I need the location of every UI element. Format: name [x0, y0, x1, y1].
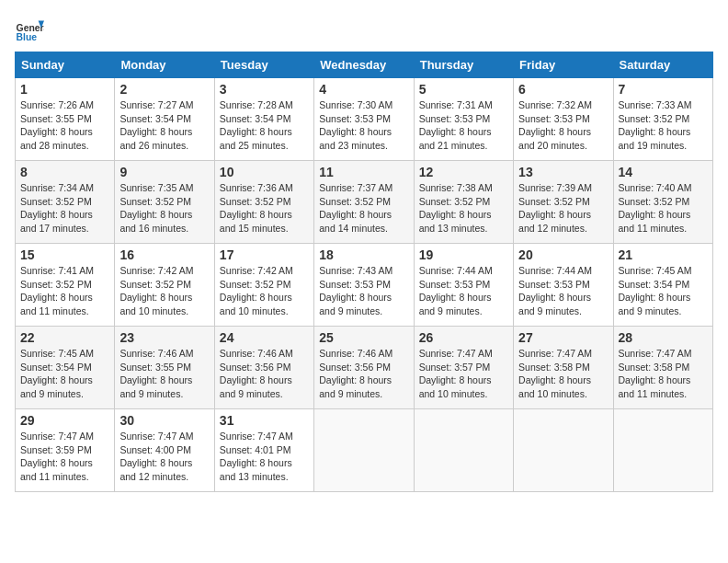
day-cell: 22 Sunrise: 7:45 AMSunset: 3:54 PMDaylig… [16, 327, 115, 409]
day-cell: 7 Sunrise: 7:33 AMSunset: 3:52 PMDayligh… [613, 78, 712, 161]
day-number: 16 [119, 247, 209, 262]
day-number: 17 [220, 247, 309, 262]
day-detail: Sunrise: 7:47 AMSunset: 3:57 PMDaylight:… [419, 348, 493, 399]
day-cell: 17 Sunrise: 7:42 AMSunset: 3:52 PMDaylig… [214, 244, 313, 327]
day-detail: Sunrise: 7:42 AMSunset: 3:52 PMDaylight:… [119, 265, 193, 316]
day-detail: Sunrise: 7:46 AMSunset: 3:56 PMDaylight:… [220, 348, 293, 399]
day-detail: Sunrise: 7:35 AMSunset: 3:52 PMDaylight:… [119, 182, 193, 234]
day-cell: 30 Sunrise: 7:47 AMSunset: 4:00 PMDaylig… [115, 409, 214, 492]
day-detail: Sunrise: 7:31 AMSunset: 3:53 PMDaylight:… [419, 99, 493, 151]
day-cell: 31 Sunrise: 7:47 AMSunset: 4:01 PMDaylig… [214, 409, 313, 492]
day-cell: 14 Sunrise: 7:40 AMSunset: 3:52 PMDaylig… [613, 161, 712, 244]
day-cell: 1 Sunrise: 7:26 AMSunset: 3:55 PMDayligh… [16, 78, 115, 161]
day-number: 3 [220, 82, 309, 97]
day-number: 7 [619, 82, 708, 97]
day-number: 21 [619, 247, 708, 262]
day-detail: Sunrise: 7:30 AMSunset: 3:53 PMDaylight:… [319, 99, 392, 151]
day-number: 4 [319, 82, 408, 97]
day-detail: Sunrise: 7:46 AMSunset: 3:56 PMDaylight:… [319, 348, 392, 399]
day-cell: 6 Sunrise: 7:32 AMSunset: 3:53 PMDayligh… [514, 78, 613, 161]
day-number: 29 [20, 413, 109, 428]
header-sunday: Sunday [16, 52, 115, 78]
header-row: SundayMondayTuesdayWednesdayThursdayFrid… [16, 52, 713, 78]
day-cell: 3 Sunrise: 7:28 AMSunset: 3:54 PMDayligh… [214, 78, 313, 161]
day-detail: Sunrise: 7:43 AMSunset: 3:53 PMDaylight:… [319, 265, 392, 316]
day-number: 5 [419, 82, 508, 97]
day-detail: Sunrise: 7:47 AMSunset: 3:58 PMDaylight:… [518, 348, 592, 399]
day-detail: Sunrise: 7:44 AMSunset: 3:53 PMDaylight:… [518, 265, 592, 316]
day-cell: 23 Sunrise: 7:46 AMSunset: 3:55 PMDaylig… [115, 327, 214, 409]
day-detail: Sunrise: 7:47 AMSunset: 4:00 PMDaylight:… [119, 431, 193, 482]
day-cell: 9 Sunrise: 7:35 AMSunset: 3:52 PMDayligh… [115, 161, 214, 244]
day-cell: 8 Sunrise: 7:34 AMSunset: 3:52 PMDayligh… [16, 161, 115, 244]
header-monday: Monday [115, 52, 214, 78]
day-detail: Sunrise: 7:33 AMSunset: 3:52 PMDaylight:… [619, 99, 692, 151]
day-number: 24 [220, 330, 309, 345]
day-cell: 19 Sunrise: 7:44 AMSunset: 3:53 PMDaylig… [414, 244, 513, 327]
day-cell: 10 Sunrise: 7:36 AMSunset: 3:52 PMDaylig… [214, 161, 313, 244]
header-wednesday: Wednesday [314, 52, 414, 78]
day-number: 8 [20, 165, 109, 179]
day-cell: 11 Sunrise: 7:37 AMSunset: 3:52 PMDaylig… [314, 161, 414, 244]
day-cell: 21 Sunrise: 7:45 AMSunset: 3:54 PMDaylig… [613, 244, 712, 327]
svg-text:Blue: Blue [17, 32, 38, 42]
day-cell: 12 Sunrise: 7:38 AMSunset: 3:52 PMDaylig… [414, 161, 513, 244]
day-number: 1 [20, 82, 109, 97]
day-cell: 29 Sunrise: 7:47 AMSunset: 3:59 PMDaylig… [16, 409, 115, 492]
day-number: 12 [419, 165, 508, 179]
day-number: 23 [119, 330, 209, 345]
day-number: 20 [518, 247, 608, 262]
day-detail: Sunrise: 7:36 AMSunset: 3:52 PMDaylight:… [220, 182, 293, 234]
day-detail: Sunrise: 7:39 AMSunset: 3:52 PMDaylight:… [518, 182, 592, 234]
day-detail: Sunrise: 7:32 AMSunset: 3:53 PMDaylight:… [518, 99, 592, 151]
day-detail: Sunrise: 7:26 AMSunset: 3:55 PMDaylight:… [20, 99, 94, 151]
day-number: 31 [220, 413, 309, 428]
day-cell: 28 Sunrise: 7:47 AMSunset: 3:58 PMDaylig… [613, 327, 712, 409]
day-detail: Sunrise: 7:45 AMSunset: 3:54 PMDaylight:… [20, 348, 94, 399]
day-number: 10 [220, 165, 309, 179]
day-number: 30 [119, 413, 209, 428]
day-number: 15 [20, 247, 109, 262]
day-number: 13 [518, 165, 608, 179]
week-row-1: 1 Sunrise: 7:26 AMSunset: 3:55 PMDayligh… [16, 78, 713, 161]
day-detail: Sunrise: 7:47 AMSunset: 4:01 PMDaylight:… [220, 431, 293, 482]
day-cell: 4 Sunrise: 7:30 AMSunset: 3:53 PMDayligh… [314, 78, 414, 161]
week-row-4: 22 Sunrise: 7:45 AMSunset: 3:54 PMDaylig… [16, 327, 713, 409]
day-cell: 16 Sunrise: 7:42 AMSunset: 3:52 PMDaylig… [115, 244, 214, 327]
logo: General Blue [15, 15, 48, 44]
day-cell: 5 Sunrise: 7:31 AMSunset: 3:53 PMDayligh… [414, 78, 513, 161]
day-detail: Sunrise: 7:47 AMSunset: 3:58 PMDaylight:… [619, 348, 692, 399]
calendar-table: SundayMondayTuesdayWednesdayThursdayFrid… [15, 52, 713, 492]
day-cell: 25 Sunrise: 7:46 AMSunset: 3:56 PMDaylig… [314, 327, 414, 409]
day-number: 19 [419, 247, 508, 262]
day-detail: Sunrise: 7:40 AMSunset: 3:52 PMDaylight:… [619, 182, 692, 234]
day-number: 25 [319, 330, 408, 345]
day-detail: Sunrise: 7:28 AMSunset: 3:54 PMDaylight:… [220, 99, 293, 151]
header-saturday: Saturday [613, 52, 712, 78]
day-detail: Sunrise: 7:38 AMSunset: 3:52 PMDaylight:… [419, 182, 493, 234]
page-header: General Blue [15, 15, 713, 44]
day-cell: 18 Sunrise: 7:43 AMSunset: 3:53 PMDaylig… [314, 244, 414, 327]
day-detail: Sunrise: 7:34 AMSunset: 3:52 PMDaylight:… [20, 182, 94, 234]
day-number: 9 [119, 165, 209, 179]
day-cell [414, 409, 513, 492]
day-cell: 13 Sunrise: 7:39 AMSunset: 3:52 PMDaylig… [514, 161, 613, 244]
day-number: 14 [619, 165, 708, 179]
header-friday: Friday [514, 52, 613, 78]
day-cell: 24 Sunrise: 7:46 AMSunset: 3:56 PMDaylig… [214, 327, 313, 409]
header-tuesday: Tuesday [214, 52, 313, 78]
day-detail: Sunrise: 7:42 AMSunset: 3:52 PMDaylight:… [220, 265, 293, 316]
day-detail: Sunrise: 7:44 AMSunset: 3:53 PMDaylight:… [419, 265, 493, 316]
day-cell [613, 409, 712, 492]
day-number: 28 [619, 330, 708, 345]
day-cell: 15 Sunrise: 7:41 AMSunset: 3:52 PMDaylig… [16, 244, 115, 327]
logo-icon: General Blue [15, 15, 44, 44]
week-row-5: 29 Sunrise: 7:47 AMSunset: 3:59 PMDaylig… [16, 409, 713, 492]
day-cell [314, 409, 414, 492]
week-row-3: 15 Sunrise: 7:41 AMSunset: 3:52 PMDaylig… [16, 244, 713, 327]
day-detail: Sunrise: 7:47 AMSunset: 3:59 PMDaylight:… [20, 431, 94, 482]
day-detail: Sunrise: 7:37 AMSunset: 3:52 PMDaylight:… [319, 182, 392, 234]
week-row-2: 8 Sunrise: 7:34 AMSunset: 3:52 PMDayligh… [16, 161, 713, 244]
day-number: 6 [518, 82, 608, 97]
day-detail: Sunrise: 7:46 AMSunset: 3:55 PMDaylight:… [119, 348, 193, 399]
